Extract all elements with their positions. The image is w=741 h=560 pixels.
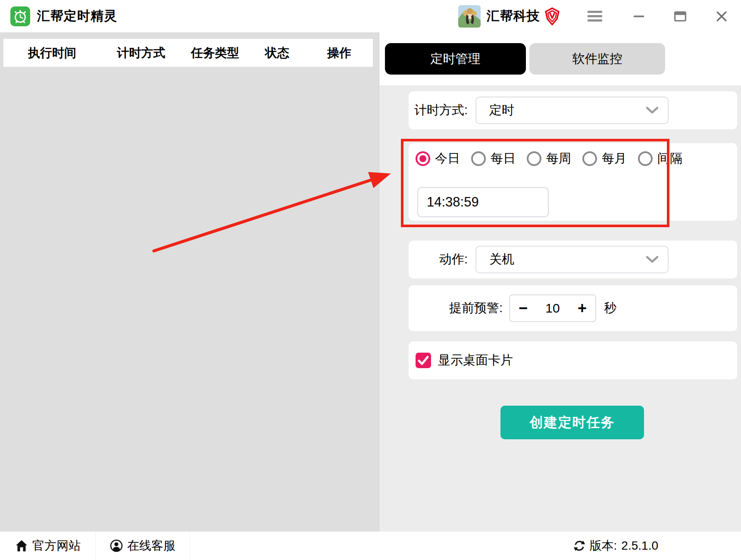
app-logo-icon — [10, 6, 30, 26]
avatar[interactable] — [458, 5, 481, 28]
action-value: 关机 — [489, 251, 646, 268]
app-window: 汇帮定时精灵 汇帮科技 — [0, 0, 741, 560]
timing-method-label: 计时方式: — [409, 102, 468, 119]
stepper-plus-button[interactable]: + — [576, 300, 588, 316]
warning-label: 提前预警: — [409, 300, 503, 317]
column-timing-method: 计时方式 — [101, 45, 181, 61]
warning-row: 提前预警: − 10 + 秒 — [409, 285, 737, 331]
check-icon — [416, 353, 431, 368]
timing-method-row: 计时方式: 定时 — [409, 91, 737, 129]
timing-method-select[interactable]: 定时 — [475, 97, 669, 124]
version-label: 版本: — [590, 538, 617, 554]
desktop-card-label: 显示桌面卡片 — [438, 352, 513, 369]
chevron-down-icon — [646, 107, 658, 114]
online-support-link[interactable]: 在线客服 — [96, 532, 190, 560]
radio-selected-icon — [416, 151, 430, 166]
tab-software-monitor[interactable]: 软件监控 — [529, 43, 665, 75]
menu-icon[interactable] — [585, 8, 605, 24]
version-value: 2.5.1.0 — [621, 539, 658, 553]
close-button[interactable] — [714, 9, 729, 24]
version-info: 版本: 2.5.1.0 — [573, 538, 658, 554]
task-list-panel: 执行时间 计时方式 任务类型 状态 操作 — [0, 32, 379, 532]
radio-option-monthly[interactable]: 每月 — [582, 150, 627, 167]
column-operation: 操作 — [306, 45, 373, 61]
tab-strip: 定时管理 软件监控 — [379, 32, 741, 85]
footer: 官方网站 在线客服 版本: 2.5.1.0 — [0, 532, 741, 560]
column-task-type: 任务类型 — [181, 45, 249, 61]
time-input[interactable]: 14:38:59 — [417, 187, 549, 217]
create-task-button[interactable]: 创建定时任务 — [500, 406, 644, 439]
radio-option-weekly[interactable]: 每周 — [527, 150, 571, 167]
chevron-down-icon — [646, 256, 658, 263]
radio-option-daily[interactable]: 每日 — [471, 150, 516, 167]
stepper-minus-button[interactable]: − — [517, 300, 529, 316]
radio-option-interval[interactable]: 间隔 — [638, 150, 682, 167]
brand-name: 汇帮科技 — [487, 7, 540, 25]
radio-icon — [582, 151, 597, 166]
table-header: 执行时间 计时方式 任务类型 状态 操作 — [3, 39, 373, 67]
official-website-link[interactable]: 官方网站 — [0, 532, 96, 560]
task-table-empty-area — [3, 67, 373, 560]
person-icon — [110, 539, 123, 552]
minimize-button[interactable] — [632, 9, 646, 24]
home-icon — [15, 539, 28, 552]
radio-icon — [638, 151, 653, 166]
warning-stepper: − 10 + — [509, 294, 596, 322]
app-title: 汇帮定时精灵 — [37, 7, 117, 25]
timing-method-value: 定时 — [489, 102, 646, 119]
column-exec-time: 执行时间 — [3, 45, 101, 61]
timer-form: 计时方式: 定时 今日 — [379, 85, 741, 439]
warning-unit: 秒 — [604, 300, 616, 317]
vip-badge-icon[interactable] — [544, 7, 560, 25]
desktop-card-checkbox[interactable] — [416, 353, 431, 368]
action-select[interactable]: 关机 — [475, 246, 669, 273]
refresh-icon[interactable] — [573, 540, 585, 552]
action-row: 动作: 关机 — [409, 241, 737, 278]
titlebar: 汇帮定时精灵 汇帮科技 — [0, 0, 741, 32]
schedule-card: 今日 每日 每周 每月 — [409, 143, 737, 221]
radio-icon — [471, 151, 486, 166]
maximize-button[interactable] — [673, 9, 688, 24]
column-status: 状态 — [249, 45, 306, 61]
control-panel: 定时管理 软件监控 计时方式: 定时 — [379, 32, 741, 532]
radio-icon — [527, 151, 541, 166]
desktop-card-row: 显示桌面卡片 — [409, 341, 737, 379]
schedule-radio-group: 今日 每日 每周 每月 — [416, 150, 737, 167]
tab-timer-management[interactable]: 定时管理 — [385, 43, 526, 75]
stepper-value[interactable]: 10 — [545, 301, 560, 316]
radio-option-today[interactable]: 今日 — [416, 150, 460, 167]
action-label: 动作: — [409, 251, 468, 268]
